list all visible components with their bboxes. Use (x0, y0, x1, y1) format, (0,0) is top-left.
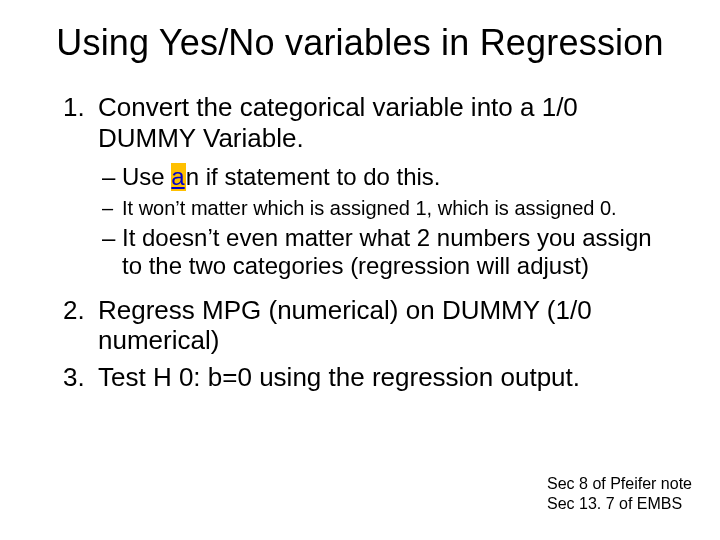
item-2-text: Regress MPG (numerical) on DUMMY (1/0 nu… (98, 295, 592, 356)
sub-1b-text: It won’t matter which is assigned 1, whi… (122, 197, 617, 219)
sub-1b: It won’t matter which is assigned 1, whi… (102, 196, 676, 220)
slide-title: Using Yes/No variables in Regression (44, 22, 676, 64)
item-3-text: Test H 0: b=0 using the regression outpu… (98, 362, 580, 392)
sub-1a: Use an if statement to do this. (102, 163, 676, 191)
footer-line-2: Sec 13. 7 of EMBS (547, 494, 692, 514)
footer-line-1: Sec 8 of Pfeifer note (547, 474, 692, 494)
sub-1c: It doesn’t even matter what 2 numbers yo… (102, 224, 676, 281)
sub-1a-post: n if statement to do this. (186, 163, 441, 190)
item-1-text: Convert the categorical variable into a … (98, 92, 578, 153)
slide: Using Yes/No variables in Regression Con… (0, 0, 720, 540)
item-3: Test H 0: b=0 using the regression outpu… (92, 362, 676, 393)
item-1: Convert the categorical variable into a … (92, 92, 676, 281)
sub-1c-text: It doesn’t even matter what 2 numbers yo… (122, 224, 652, 279)
sub-1a-link[interactable]: a (171, 163, 185, 191)
main-list: Convert the categorical variable into a … (44, 92, 676, 393)
sub-1a-pre: Use (122, 163, 171, 190)
item-1-sublist: Use an if statement to do this. It won’t… (98, 163, 676, 280)
item-2: Regress MPG (numerical) on DUMMY (1/0 nu… (92, 295, 676, 356)
footer-note: Sec 8 of Pfeifer note Sec 13. 7 of EMBS (547, 474, 692, 514)
